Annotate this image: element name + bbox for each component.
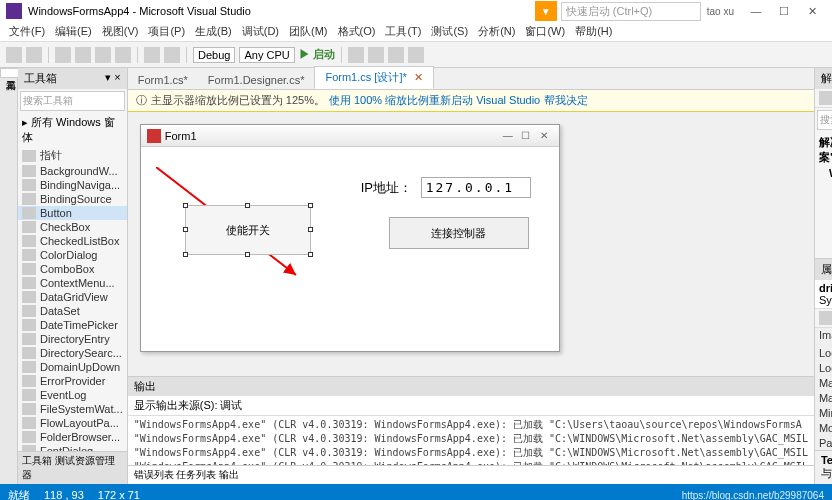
info-icon: ⓘ: [136, 93, 147, 108]
toolbox-item[interactable]: Button: [18, 206, 127, 220]
toolbox-category[interactable]: ▸ 所有 Windows 窗体: [18, 113, 127, 147]
menu-item[interactable]: 分析(N): [475, 24, 518, 39]
output-source[interactable]: 显示输出来源(S): 调试: [128, 396, 814, 416]
toolbox-item[interactable]: 指针: [18, 147, 127, 164]
menu-item[interactable]: 帮助(H): [572, 24, 615, 39]
tb-icon[interactable]: [408, 47, 424, 63]
toolbox-item[interactable]: ContextMenu...: [18, 276, 127, 290]
toolbox-item[interactable]: EventLog: [18, 388, 127, 402]
toolbox-item[interactable]: BindingNaviga...: [18, 178, 127, 192]
menu-item[interactable]: 团队(M): [286, 24, 331, 39]
platform-select[interactable]: Any CPU: [239, 47, 294, 63]
menu-item[interactable]: 项目(P): [145, 24, 188, 39]
property-row[interactable]: LockedFalse: [815, 361, 832, 376]
menu-item[interactable]: 工具(T): [382, 24, 424, 39]
open-icon[interactable]: [75, 47, 91, 63]
solution-tree[interactable]: 解决方案"WindowsFormsApp4"(1 WindowsFormsApp…: [815, 132, 832, 258]
toolbox-item[interactable]: ErrorProvider: [18, 374, 127, 388]
toolbox-footer[interactable]: 工具箱 测试资源管理器: [18, 451, 127, 484]
info-link-help[interactable]: 帮我决定: [544, 93, 588, 108]
property-row[interactable]: Location118, 93: [815, 346, 832, 361]
property-row[interactable]: Padding0, 0, 0, 0: [815, 436, 832, 450]
status-ready: 就绪: [8, 488, 30, 501]
form-designer[interactable]: Form1 — ☐ ✕ 使能开关 IP地址： 连接控制器: [128, 112, 814, 376]
tree-node[interactable]: Microsoft.CSharp: [819, 228, 832, 242]
undo-icon[interactable]: [144, 47, 160, 63]
saveall-icon[interactable]: [115, 47, 131, 63]
toolbox-item-icon: [22, 165, 36, 177]
tb-icon[interactable]: [388, 47, 404, 63]
drive-switch-control[interactable]: 使能开关: [185, 205, 311, 255]
menu-item[interactable]: 窗口(W): [522, 24, 568, 39]
toolbox-item[interactable]: CheckBox: [18, 220, 127, 234]
form-close-icon: ✕: [535, 130, 553, 141]
toolbox-item-icon: [22, 361, 36, 373]
tb-icon[interactable]: [348, 47, 364, 63]
toolbox-item[interactable]: CheckedListBox: [18, 234, 127, 248]
toolbox-item-icon: [22, 375, 36, 387]
redo-icon[interactable]: [164, 47, 180, 63]
info-link-restart[interactable]: 使用 100% 缩放比例重新启动 Visual Studio: [329, 93, 540, 108]
nav-fwd-icon[interactable]: [26, 47, 42, 63]
output-text[interactable]: "WindowsFormsApp4.exe" (CLR v4.0.30319: …: [128, 416, 814, 465]
ip-textbox[interactable]: [421, 177, 531, 198]
save-icon[interactable]: [95, 47, 111, 63]
close-button[interactable]: ✕: [798, 5, 826, 18]
config-select[interactable]: Debug: [193, 47, 235, 63]
bottom-tabs[interactable]: 错误列表 任务列表 输出: [128, 465, 814, 484]
property-row[interactable]: MinimumSize0, 0: [815, 406, 832, 421]
new-icon[interactable]: [55, 47, 71, 63]
property-row[interactable]: MaximumSize0, 0: [815, 391, 832, 406]
toolbox-item[interactable]: ColorDialog: [18, 248, 127, 262]
menu-item[interactable]: 测试(S): [428, 24, 471, 39]
toolbox-item[interactable]: DirectoryEntry: [18, 332, 127, 346]
watermark: https://blog.csdn.net/b29987064: [682, 490, 824, 501]
document-tab[interactable]: Form1.Designer.cs*: [198, 71, 315, 89]
toolbox-item[interactable]: ComboBox: [18, 262, 127, 276]
nav-back-icon[interactable]: [6, 47, 22, 63]
toolbox-item[interactable]: DataSet: [18, 304, 127, 318]
toolbox-item[interactable]: BindingSource: [18, 192, 127, 206]
solution-node: 解决方案"WindowsFormsApp4"(1: [819, 134, 832, 166]
solution-explorer: 解决方案资源管理器▾ × 搜索解决方案资源管理器(Ctrl+;) 解决方案"Wi…: [815, 68, 832, 258]
toolbox-item[interactable]: BackgroundW...: [18, 164, 127, 178]
tree-node[interactable]: 分析器: [819, 211, 832, 228]
toolbox-search[interactable]: 搜索工具箱: [20, 91, 125, 111]
property-row[interactable]: Margin3, 3, 3, 3: [815, 376, 832, 391]
output-header: 输出: [128, 377, 814, 396]
maximize-button[interactable]: ☐: [770, 5, 798, 18]
quick-launch[interactable]: 快速启动 (Ctrl+Q): [561, 2, 701, 21]
menu-item[interactable]: 格式(O): [335, 24, 379, 39]
toolbox-item[interactable]: FileSystemWat...: [18, 402, 127, 416]
tree-node[interactable]: Mycontrol: [819, 242, 832, 256]
menu-item[interactable]: 编辑(E): [52, 24, 95, 39]
toolbox-item[interactable]: DataGridView: [18, 290, 127, 304]
designed-form[interactable]: Form1 — ☐ ✕ 使能开关 IP地址： 连接控制器: [140, 124, 560, 352]
toolbox-item[interactable]: DateTimePicker: [18, 318, 127, 332]
menu-item[interactable]: 视图(V): [99, 24, 142, 39]
signed-in-user[interactable]: tao xu: [707, 6, 734, 17]
menu-item[interactable]: 文件(F): [6, 24, 48, 39]
tb-icon[interactable]: [368, 47, 384, 63]
toolbox-item[interactable]: FlowLayoutPa...: [18, 416, 127, 430]
tree-node[interactable]: Properties: [819, 180, 832, 194]
property-row[interactable]: ModifiersPrivate: [815, 421, 832, 436]
connect-button[interactable]: 连接控制器: [389, 217, 529, 249]
toolbox-item[interactable]: DirectorySearc...: [18, 346, 127, 360]
property-row[interactable]: ImageList(无): [815, 328, 832, 346]
document-tab[interactable]: Form1.cs*: [128, 71, 198, 89]
toolbox-item[interactable]: FontDialog: [18, 444, 127, 451]
left-tabwell[interactable]: 工具箱: [0, 68, 18, 484]
menu-item[interactable]: 调试(D): [239, 24, 282, 39]
toolbox-item[interactable]: DomainUpDown: [18, 360, 127, 374]
document-tab[interactable]: Form1.cs [设计]* ✕: [314, 66, 433, 89]
categorized-icon[interactable]: [819, 311, 832, 325]
toolbox-item[interactable]: FolderBrowser...: [18, 430, 127, 444]
panel-chevron-icon[interactable]: ▾ ×: [105, 71, 120, 86]
solution-search[interactable]: 搜索解决方案资源管理器(Ctrl+;): [817, 110, 832, 130]
menu-item[interactable]: 生成(B): [192, 24, 235, 39]
notify-badge[interactable]: ▼: [535, 1, 557, 21]
tree-node[interactable]: ▪ 引用: [819, 194, 832, 211]
start-button[interactable]: ▶ 启动: [299, 47, 335, 62]
minimize-button[interactable]: —: [742, 5, 770, 17]
